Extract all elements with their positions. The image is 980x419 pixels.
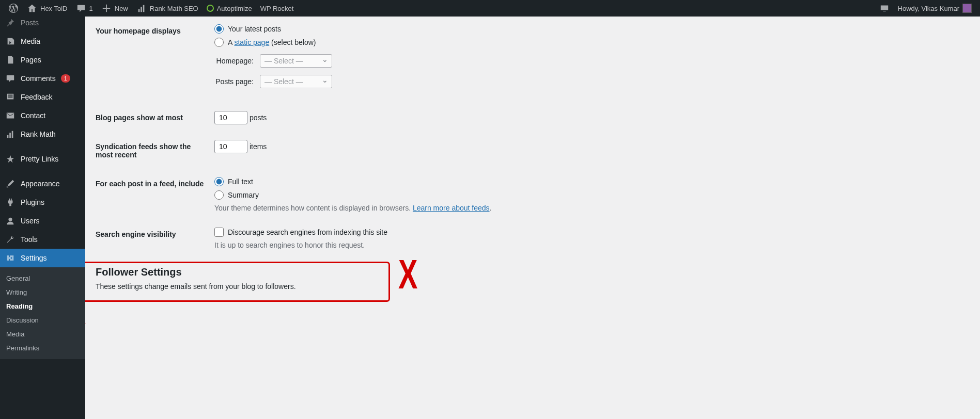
- radio-label: Summary: [228, 191, 259, 199]
- admin-bar: Hex ToiD 1 New Rank Math SEO Autoptimize…: [0, 0, 980, 17]
- chart-bar-icon: [5, 129, 15, 139]
- syndication-suffix: items: [250, 142, 267, 151]
- sidebar-item-appearance[interactable]: Appearance: [0, 174, 85, 193]
- postspage-select[interactable]: — Select —: [260, 75, 332, 88]
- sev-checkbox-label[interactable]: Discourage search engines from indexing …: [214, 228, 965, 237]
- homepage-select[interactable]: — Select —: [260, 54, 332, 68]
- plug-icon: [5, 197, 15, 207]
- blog-pages-input[interactable]: [214, 111, 247, 124]
- home-icon: [27, 3, 37, 13]
- email-icon: [5, 110, 15, 121]
- sidebar-item-prettylinks[interactable]: Pretty Links: [0, 150, 85, 168]
- feed-include-label: For each post in a feed, include: [96, 169, 209, 220]
- radio-input[interactable]: [214, 38, 224, 47]
- radio-label: A static page (select below): [228, 38, 316, 46]
- sidebar-item-rankmath[interactable]: Rank Math: [0, 125, 85, 143]
- notifications-link[interactable]: [875, 0, 894, 17]
- radio-label: Full text: [228, 178, 253, 186]
- sidebar-item-label: Appearance: [21, 180, 60, 188]
- rankmath-label: Rank Math SEO: [150, 5, 198, 12]
- homepage-displays-label: Your homepage displays: [96, 17, 209, 103]
- site-name: Hex ToiD: [40, 5, 68, 12]
- blog-pages-label: Blog pages show at most: [96, 103, 209, 132]
- radio-summary[interactable]: Summary: [214, 190, 965, 200]
- autoptimize-link[interactable]: Autoptimize: [203, 0, 256, 17]
- learn-more-link[interactable]: Learn more about feeds: [413, 204, 490, 212]
- page-icon: [5, 55, 15, 65]
- sidebar-item-settings[interactable]: Settings: [0, 249, 85, 267]
- howdy: Howdy, Vikas Kumar: [898, 5, 959, 12]
- star-icon: [5, 154, 15, 164]
- sidebar-item-comments[interactable]: Comments1: [0, 69, 85, 88]
- new-label: New: [115, 5, 128, 12]
- annotation-arrow-icon: [85, 285, 88, 326]
- sev-checkbox[interactable]: [214, 228, 224, 237]
- blog-pages-suffix: posts: [250, 114, 267, 122]
- annotation-x-icon: X: [398, 251, 417, 298]
- circle-icon: [207, 5, 214, 12]
- sidebar-item-label: Comments: [21, 74, 56, 83]
- sidebar-item-label: Plugins: [21, 198, 44, 206]
- sidebar-item-label: Users: [21, 217, 40, 225]
- new-content-link[interactable]: New: [97, 0, 132, 17]
- submenu-general[interactable]: General: [0, 271, 85, 285]
- rankmath-link[interactable]: Rank Math SEO: [132, 0, 203, 17]
- wprocket-link[interactable]: WP Rocket: [256, 0, 298, 17]
- sliders-icon: [5, 253, 15, 263]
- wrench-icon: [5, 234, 15, 245]
- radio-input[interactable]: [214, 24, 224, 34]
- submenu-discussion[interactable]: Discussion: [0, 313, 85, 327]
- sidebar-item-label: Rank Math: [21, 130, 56, 138]
- screen-icon: [879, 3, 890, 13]
- comment-icon: [76, 3, 86, 13]
- radio-fulltext[interactable]: Full text: [214, 177, 965, 186]
- brush-icon: [5, 179, 15, 189]
- sidebar-item-label: Tools: [21, 235, 38, 244]
- autoptimize-label: Autoptimize: [217, 5, 252, 12]
- admin-sidebar: Posts Media Pages Comments1 Feedback Con…: [0, 17, 85, 419]
- sidebar-item-feedback[interactable]: Feedback: [0, 88, 85, 106]
- sidebar-item-label: Feedback: [21, 93, 52, 101]
- sidebar-item-label: Pages: [21, 56, 41, 64]
- submenu-reading[interactable]: Reading: [0, 299, 85, 313]
- wordpress-icon: [8, 3, 19, 13]
- static-page-link[interactable]: static page: [234, 38, 269, 46]
- submenu-permalinks[interactable]: Permalinks: [0, 341, 85, 355]
- user-icon: [5, 216, 15, 226]
- pin-icon: [5, 18, 15, 28]
- syndication-input[interactable]: [214, 140, 247, 153]
- syndication-label: Syndication feeds show the most recent: [96, 132, 209, 169]
- avatar: [962, 4, 972, 13]
- plus-icon: [101, 3, 112, 13]
- feed-description: Your theme determines how content is dis…: [214, 204, 965, 212]
- sidebar-item-label: Posts: [21, 19, 39, 27]
- settings-submenu: General Writing Reading Discussion Media…: [0, 267, 85, 359]
- comment-icon: [5, 73, 15, 84]
- sidebar-item-pages[interactable]: Pages: [0, 51, 85, 69]
- sidebar-item-label: Pretty Links: [21, 155, 58, 163]
- sidebar-item-tools[interactable]: Tools: [0, 230, 85, 249]
- radio-input[interactable]: [214, 190, 224, 200]
- radio-latest-posts[interactable]: Your latest posts: [214, 24, 965, 34]
- comments-badge: 1: [61, 74, 70, 83]
- radio-input[interactable]: [214, 177, 224, 186]
- comment-count: 1: [89, 5, 93, 12]
- submenu-writing[interactable]: Writing: [0, 285, 85, 299]
- homepage-select-label: Homepage:: [214, 57, 254, 65]
- sev-label: Search engine visibility: [96, 220, 209, 257]
- sev-description: It is up to search engines to honor this…: [214, 241, 965, 249]
- account-link[interactable]: Howdy, Vikas Kumar: [894, 0, 976, 17]
- sidebar-item-contact[interactable]: Contact: [0, 106, 85, 125]
- sidebar-item-label: Settings: [21, 254, 47, 262]
- postspage-select-label: Posts page:: [214, 77, 254, 86]
- submenu-media[interactable]: Media: [0, 327, 85, 341]
- radio-static-page[interactable]: A static page (select below): [214, 38, 965, 47]
- sidebar-item-users[interactable]: Users: [0, 212, 85, 230]
- wprocket-label: WP Rocket: [260, 5, 294, 12]
- main-content: Your homepage displays Your latest posts…: [85, 17, 980, 419]
- sidebar-item-posts[interactable]: Posts: [0, 13, 85, 32]
- media-icon: [5, 36, 15, 46]
- sidebar-item-label: Contact: [21, 111, 45, 120]
- sidebar-item-media[interactable]: Media: [0, 32, 85, 51]
- sidebar-item-plugins[interactable]: Plugins: [0, 193, 85, 212]
